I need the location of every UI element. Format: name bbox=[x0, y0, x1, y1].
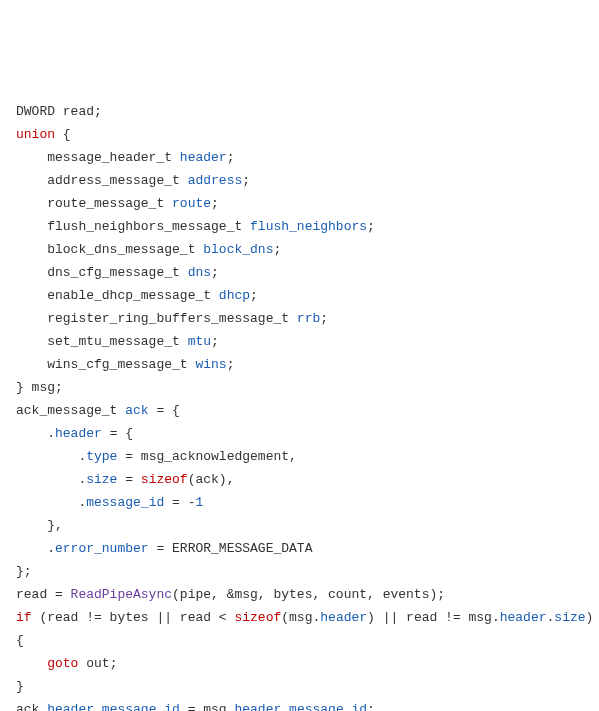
token-keyword: goto bbox=[47, 656, 78, 671]
token-ident: header bbox=[500, 610, 547, 625]
token-text: . bbox=[16, 426, 55, 441]
token-text: }, bbox=[16, 518, 63, 533]
token-text: . bbox=[94, 702, 102, 711]
code-line: register_ring_buffers_message_t rrb; bbox=[16, 307, 583, 330]
token-text: = { bbox=[149, 403, 180, 418]
code-line: read = ReadPipeAsync(pipe, &msg, bytes, … bbox=[16, 583, 583, 606]
token-ident: dhcp bbox=[219, 288, 250, 303]
token-ident: block_dns bbox=[203, 242, 273, 257]
token-ident: header bbox=[47, 702, 94, 711]
token-text: address_message_t bbox=[16, 173, 188, 188]
token-text: ; bbox=[211, 334, 219, 349]
token-text: enable_dhcp_message_t bbox=[16, 288, 219, 303]
token-text: ack. bbox=[16, 702, 47, 711]
code-line: wins_cfg_message_t wins; bbox=[16, 353, 583, 376]
token-text: . bbox=[16, 449, 86, 464]
token-keyword: sizeof bbox=[234, 610, 281, 625]
token-ident: header bbox=[234, 702, 281, 711]
code-line: ack.header.message_id = msg.header.messa… bbox=[16, 698, 583, 711]
token-text: . bbox=[16, 472, 86, 487]
token-ident: flush_neighbors bbox=[250, 219, 367, 234]
code-line: .message_id = -1 bbox=[16, 491, 583, 514]
token-keyword: if bbox=[16, 610, 32, 625]
token-ident: route bbox=[172, 196, 211, 211]
token-text: . bbox=[16, 541, 55, 556]
token-text: ; bbox=[367, 702, 375, 711]
token-text bbox=[16, 656, 47, 671]
token-text: = bbox=[117, 472, 140, 487]
token-ident: message_id bbox=[102, 702, 180, 711]
token-text: DWORD read; bbox=[16, 104, 102, 119]
token-ident: header bbox=[55, 426, 102, 441]
token-text: ack_message_t bbox=[16, 403, 125, 418]
token-ident: address bbox=[188, 173, 243, 188]
token-ident: mtu bbox=[188, 334, 211, 349]
token-ident: size bbox=[554, 610, 585, 625]
code-line: DWORD read; bbox=[16, 100, 583, 123]
token-function: ReadPipeAsync bbox=[71, 587, 172, 602]
token-text: ; bbox=[227, 357, 235, 372]
token-text: ; bbox=[273, 242, 281, 257]
token-text: ; bbox=[242, 173, 250, 188]
code-line: enable_dhcp_message_t dhcp; bbox=[16, 284, 583, 307]
token-text: = msg. bbox=[180, 702, 235, 711]
code-line: union { bbox=[16, 123, 583, 146]
token-text: (read != bytes || read < bbox=[32, 610, 235, 625]
token-text: (pipe, &msg, bytes, count, events); bbox=[172, 587, 445, 602]
token-ident: error_number bbox=[55, 541, 149, 556]
code-line: message_header_t header; bbox=[16, 146, 583, 169]
code-line: block_dns_message_t block_dns; bbox=[16, 238, 583, 261]
token-ident: header bbox=[180, 150, 227, 165]
token-text: . bbox=[16, 495, 86, 510]
token-text: ) || read != msg. bbox=[367, 610, 500, 625]
token-text: ; bbox=[227, 150, 235, 165]
token-ident: ack bbox=[125, 403, 148, 418]
token-text: = msg_acknowledgement, bbox=[117, 449, 296, 464]
token-ident: wins bbox=[195, 357, 226, 372]
token-text: = ERROR_MESSAGE_DATA bbox=[149, 541, 313, 556]
token-ident: dns bbox=[188, 265, 211, 280]
token-text: (ack), bbox=[188, 472, 235, 487]
token-ident: message_id bbox=[289, 702, 367, 711]
token-text: { bbox=[55, 127, 71, 142]
token-text: message_header_t bbox=[16, 150, 180, 165]
token-text: . bbox=[281, 702, 289, 711]
code-line: .type = msg_acknowledgement, bbox=[16, 445, 583, 468]
code-line: route_message_t route; bbox=[16, 192, 583, 215]
token-text: } msg; bbox=[16, 380, 63, 395]
code-line: }, bbox=[16, 514, 583, 537]
token-keyword: sizeof bbox=[141, 472, 188, 487]
token-ident: rrb bbox=[297, 311, 320, 326]
token-text: set_mtu_message_t bbox=[16, 334, 188, 349]
token-ident: message_id bbox=[86, 495, 164, 510]
code-line: } bbox=[16, 675, 583, 698]
code-line: { bbox=[16, 629, 583, 652]
token-text: ; bbox=[211, 196, 219, 211]
code-line: goto out; bbox=[16, 652, 583, 675]
code-line: if (read != bytes || read < sizeof(msg.h… bbox=[16, 606, 583, 629]
code-line: ack_message_t ack = { bbox=[16, 399, 583, 422]
token-ident: type bbox=[86, 449, 117, 464]
token-text: dns_cfg_message_t bbox=[16, 265, 188, 280]
token-number: 1 bbox=[195, 495, 203, 510]
token-text: read = bbox=[16, 587, 71, 602]
token-text: ; bbox=[320, 311, 328, 326]
code-line: .size = sizeof(ack), bbox=[16, 468, 583, 491]
token-text: ; bbox=[367, 219, 375, 234]
code-line: }; bbox=[16, 560, 583, 583]
token-text: ; bbox=[211, 265, 219, 280]
token-ident: header bbox=[320, 610, 367, 625]
token-text: route_message_t bbox=[16, 196, 172, 211]
token-text: block_dns_message_t bbox=[16, 242, 203, 257]
token-keyword: union bbox=[16, 127, 55, 142]
token-text: } bbox=[16, 679, 24, 694]
token-text: (msg. bbox=[281, 610, 320, 625]
token-text: }; bbox=[16, 564, 32, 579]
token-text: ; bbox=[250, 288, 258, 303]
token-text: register_ring_buffers_message_t bbox=[16, 311, 297, 326]
code-line: .error_number = ERROR_MESSAGE_DATA bbox=[16, 537, 583, 560]
token-ident: size bbox=[86, 472, 117, 487]
token-text: { bbox=[16, 633, 24, 648]
code-line: } msg; bbox=[16, 376, 583, 399]
code-line: address_message_t address; bbox=[16, 169, 583, 192]
